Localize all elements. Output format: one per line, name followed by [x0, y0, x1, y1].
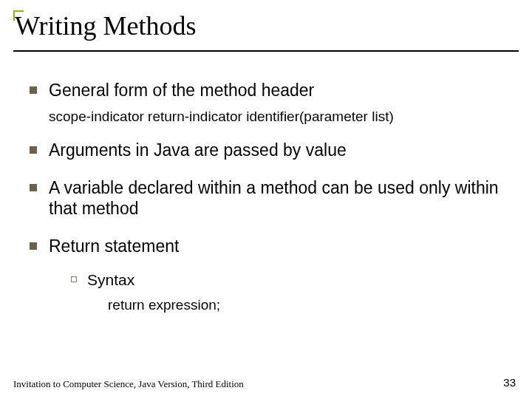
bullet-subtext: scope-indicator return-indicator identif…	[49, 109, 505, 125]
title-accent-corner	[13, 10, 24, 21]
bullet-item: A variable declared within a method can …	[30, 177, 505, 220]
bullet-icon	[30, 242, 37, 250]
bullet-icon	[30, 146, 37, 154]
nested-bullet-group: Syntax return expression;	[71, 270, 505, 313]
nested-bullet-text: Syntax	[87, 270, 134, 290]
bullet-text: Arguments in Java are passed by value	[49, 140, 347, 161]
bullet-text: Return statement	[49, 236, 179, 257]
footer-text: Invitation to Computer Science, Java Ver…	[13, 378, 244, 390]
nested-subtext: return expression;	[108, 297, 505, 313]
bullet-item: General form of the method header	[30, 80, 505, 101]
slide-title: Writing Methods	[13, 10, 519, 41]
bullet-text: General form of the method header	[49, 80, 314, 101]
title-area: Writing Methods	[13, 10, 519, 41]
bullet-item: Return statement	[30, 236, 505, 257]
bullet-icon	[30, 184, 37, 191]
nested-bullet-icon	[71, 276, 77, 282]
bullet-icon	[30, 86, 37, 94]
page-number: 33	[503, 376, 516, 389]
slide: Writing Methods General form of the meth…	[0, 0, 532, 399]
nested-bullet-item: Syntax	[71, 270, 505, 290]
title-underline	[13, 50, 519, 52]
bullet-text: A variable declared within a method can …	[49, 177, 505, 220]
bullet-item: Arguments in Java are passed by value	[30, 140, 505, 161]
content-area: General form of the method header scope-…	[30, 80, 505, 321]
